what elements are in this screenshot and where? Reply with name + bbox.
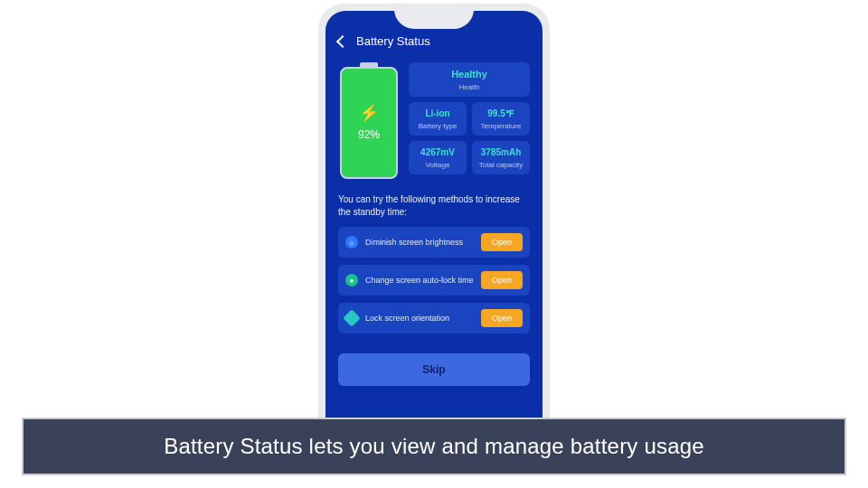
stat-value: Li-ion [412,108,463,119]
autolock-icon: ● [345,274,358,286]
method-item-autolock: ● Change screen auto-lock time Open [338,265,530,296]
battery-graphic: ⚡ 92% [338,62,400,179]
brightness-icon: ☼ [345,236,358,249]
tip-text: You can try the following methods to inc… [338,193,530,218]
stat-label: Health [412,83,526,91]
open-button[interactable]: Open [481,271,523,289]
content-area: ⚡ 92% Healthy Health Li-ion Battery type [326,55,542,333]
stat-value: 3785mAh [476,147,526,158]
back-icon[interactable] [336,34,349,47]
stat-card-health: Healthy Health [409,62,530,97]
method-label: Change screen auto-lock time [365,276,474,286]
battery-percent: 92% [358,128,380,141]
method-label: Diminish screen brightness [365,238,474,248]
charging-icon: ⚡ [359,105,379,121]
open-button[interactable]: Open [481,233,523,251]
stat-label: Temperature [476,122,526,130]
stat-value: 99.5℉ [476,108,526,119]
stat-label: Battery type [412,122,463,130]
page-title: Battery Status [356,34,430,48]
method-label: Lock screen orientation [365,314,474,324]
battery-body: ⚡ 92% [340,67,398,179]
stat-value: Healthy [412,69,526,80]
skip-button[interactable]: Skip [338,353,530,386]
stats-grid: Healthy Health Li-ion Battery type 99.5℉… [409,62,530,179]
open-button[interactable]: Open [481,309,523,327]
stat-label: Total capacity [476,161,526,169]
status-row: ⚡ 92% Healthy Health Li-ion Battery type [338,62,530,179]
method-item-orientation: Lock screen orientation Open [338,303,530,333]
stat-card-voltage: 4267mV Voltage [409,141,467,174]
phone-screen: Battery Status ⚡ 92% Healthy Health [326,11,542,439]
orientation-icon [343,309,361,327]
method-item-brightness: ☼ Diminish screen brightness Open [338,227,530,258]
stat-value: 4267mV [412,147,463,158]
phone-frame: Battery Status ⚡ 92% Healthy Health [318,4,550,446]
phone-notch [394,11,474,29]
stat-card-type: Li-ion Battery type [409,102,467,136]
stat-label: Voltage [412,161,463,169]
stat-card-temp: 99.5℉ Temperature [472,102,530,136]
stat-card-capacity: 3785mAh Total capacity [472,141,530,174]
caption-bar: Battery Status lets you view and manage … [22,418,846,475]
